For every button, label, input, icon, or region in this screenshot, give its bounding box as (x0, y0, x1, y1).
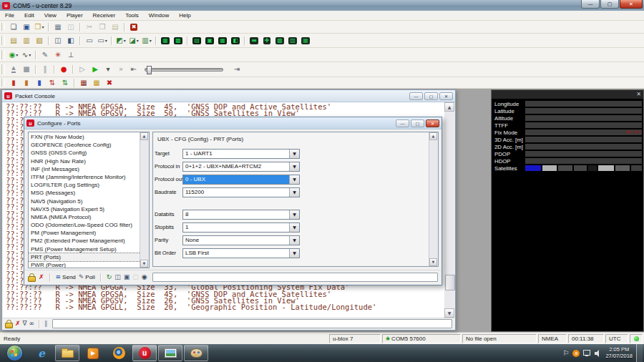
pane-scrollbar[interactable]: ▲ ▼ (429, 132, 438, 266)
pause-console-icon[interactable]: ‖ (44, 321, 48, 327)
sort-enabled-icon[interactable]: ⇅ (59, 77, 71, 88)
menu-file[interactable]: File (0, 12, 19, 19)
list-item-msg[interactable]: MSG (Messages) (29, 189, 140, 197)
poll-button[interactable]: ✎Poll (79, 274, 95, 280)
list-item-prt[interactable]: PRT (Ports) (29, 253, 140, 261)
list-item-nav5[interactable]: NAV5 (Navigation 5) (29, 197, 140, 205)
console-scrollbar[interactable]: ▲ ▼ (444, 102, 454, 318)
list-scroll-down-icon[interactable]: ▼ (140, 260, 148, 268)
action-center-icon[interactable]: ⚐ (562, 349, 569, 357)
stop-poll-icon[interactable]: ▢ (132, 274, 139, 280)
start-button[interactable] (1, 345, 28, 361)
auto-poll-icon[interactable]: ◫ (114, 274, 121, 280)
baudrate-combo[interactable]: 115200▼ (182, 187, 300, 197)
stopbits-combo[interactable]: 1▼ (182, 222, 300, 233)
taskbar-clock[interactable]: 2:05 PM 27/07/2018 (605, 347, 633, 359)
scroll-up-icon[interactable]: ▲ (444, 102, 454, 112)
tile-view-icon[interactable]: ◧ (65, 35, 77, 46)
pause-icon[interactable]: ‖ (39, 64, 51, 75)
hotkeys-icon[interactable]: ✳ (52, 49, 64, 60)
target-combo[interactable]: 1 - UART1▼ (182, 149, 300, 159)
play-options-icon[interactable]: ▾ (102, 64, 114, 75)
taskbar-internet-explorer[interactable]: e (29, 345, 54, 361)
temperature-3-icon[interactable]: ▮ (34, 77, 45, 88)
scroll-down-icon[interactable]: ▼ (444, 308, 454, 318)
list-item-odo[interactable]: ODO (Odometer/Low-Speed COG filter) (29, 221, 140, 229)
chevron-down-icon[interactable]: ▼ (289, 162, 299, 171)
skip-start-icon[interactable]: ⇤ (128, 64, 140, 75)
chart-window-5-icon[interactable]: ▦ (300, 35, 311, 46)
record-message-icon[interactable]: ◉ (142, 274, 147, 280)
receiver-antenna-icon[interactable]: ⊥ (65, 49, 77, 60)
close-button[interactable]: ✕ (620, 0, 643, 9)
database-2-icon[interactable]: ▦ (91, 77, 102, 88)
show-desktop-button[interactable] (636, 344, 643, 362)
send-button[interactable]: ≡Send (56, 274, 76, 280)
taskbar-firefox[interactable] (107, 345, 131, 361)
camera-view-icon[interactable]: ▭▾ (97, 35, 108, 46)
map-view-icon[interactable]: ▭ (84, 35, 95, 46)
list-scroll-up-icon[interactable]: ▲ (140, 132, 148, 140)
menu-edit[interactable]: Edit (19, 12, 39, 19)
chart-view-icon[interactable]: ▥ (21, 35, 32, 46)
dialog-maximize-button[interactable]: ▢ (411, 119, 424, 127)
docking-window-1-icon[interactable]: ▦ (160, 35, 171, 46)
network-icon[interactable] (583, 350, 591, 356)
taskbar-u-center[interactable]: u (132, 345, 157, 361)
menu-window[interactable]: Window (144, 12, 174, 19)
list-item-inf[interactable]: INF (Inf Messages) (29, 165, 140, 173)
table-view-icon[interactable]: ▤ (8, 35, 19, 46)
scroll-thumb[interactable] (445, 275, 455, 290)
menu-tools[interactable]: Tools (120, 12, 144, 19)
parity-combo[interactable]: None▼ (182, 235, 300, 245)
taskbar-explorer[interactable] (55, 345, 79, 361)
menu-view[interactable]: View (39, 12, 62, 19)
stop-icon[interactable]: ■ (21, 64, 32, 75)
taskbar-paint[interactable] (184, 345, 208, 361)
list-item-pm2[interactable]: PM2 (Extended Power Management) (29, 237, 140, 245)
console-window-4-icon[interactable]: ◧ (230, 35, 241, 46)
main-titlebar[interactable]: u COM5 - u-center 8.29 — ▢ ✕ (0, 0, 644, 11)
lock-console-icon[interactable] (5, 319, 13, 328)
dock-view-icon[interactable]: ◫ (52, 35, 64, 46)
skip-end-icon[interactable]: ⇥ (231, 64, 243, 75)
list-item-hnr[interactable]: HNR (High Nav Rate) (29, 157, 140, 165)
bit-order-combo[interactable]: LSB First▼ (182, 248, 300, 258)
dialog-titlebar[interactable]: u Configure - Ports — ▢ ✕ (24, 117, 441, 129)
temperature-2-icon[interactable]: ▮ (21, 77, 32, 88)
play-icon[interactable]: ▶ (89, 64, 101, 75)
autobauding-icon[interactable]: ✎ (39, 49, 51, 60)
chevron-down-icon[interactable]: ▼ (289, 175, 299, 184)
list-item-gnss[interactable]: GNSS (GNSS Config) (29, 149, 140, 157)
menu-receiver[interactable]: Receiver (88, 12, 121, 19)
console-close-button[interactable]: ✕ (439, 92, 453, 100)
fast-forward-icon[interactable]: » (115, 64, 127, 75)
pane-scroll-up-icon[interactable]: ▲ (429, 132, 437, 140)
list-item-pm[interactable]: PM (Power Management) (29, 229, 140, 237)
dialog-close-button[interactable]: ✕ (426, 119, 439, 127)
filter-console-icon[interactable]: ∇ (23, 321, 27, 327)
logfile-icon[interactable]: ✖ (128, 21, 140, 32)
maximize-button[interactable]: ▢ (600, 0, 619, 9)
cut-icon[interactable]: ✂ (84, 21, 95, 32)
print-icon[interactable]: ▦ (52, 21, 64, 32)
chevron-down-icon[interactable]: ▼ (289, 188, 299, 197)
copy-icon[interactable]: ❐ (97, 21, 108, 32)
histogram-view-icon[interactable]: ▥▾ (141, 35, 152, 46)
chevron-down-icon[interactable]: ▼ (289, 150, 299, 158)
temperature-1-icon[interactable]: ▮ (8, 77, 19, 88)
chart-window-1-icon[interactable]: ▬ (248, 35, 260, 46)
step-icon[interactable]: ▷ (77, 64, 88, 75)
playback-slider-thumb[interactable] (147, 66, 152, 74)
statistic-view-icon[interactable]: ▧ (34, 35, 45, 46)
chevron-down-icon[interactable]: ▼ (289, 236, 299, 245)
list-item-itfm[interactable]: ITFM (Jamming/Interference Monitor) (29, 173, 140, 181)
protocol-out-combo[interactable]: 0 - UBX▼ (182, 175, 300, 185)
list-item-fxn[interactable]: FXN (Fix Now Mode) (29, 133, 140, 141)
protocol-in-combo[interactable]: 0+1+2 - UBX+NMEA+RTCM2▼ (182, 162, 300, 172)
volume-icon[interactable] (595, 350, 602, 357)
sky-view-icon[interactable]: ◩▾ (115, 35, 127, 46)
update-notification-icon[interactable]: 0 (572, 350, 580, 357)
clear-console-icon[interactable]: ✗ (15, 321, 21, 327)
console-window-2-icon[interactable]: ▣ (204, 35, 215, 46)
